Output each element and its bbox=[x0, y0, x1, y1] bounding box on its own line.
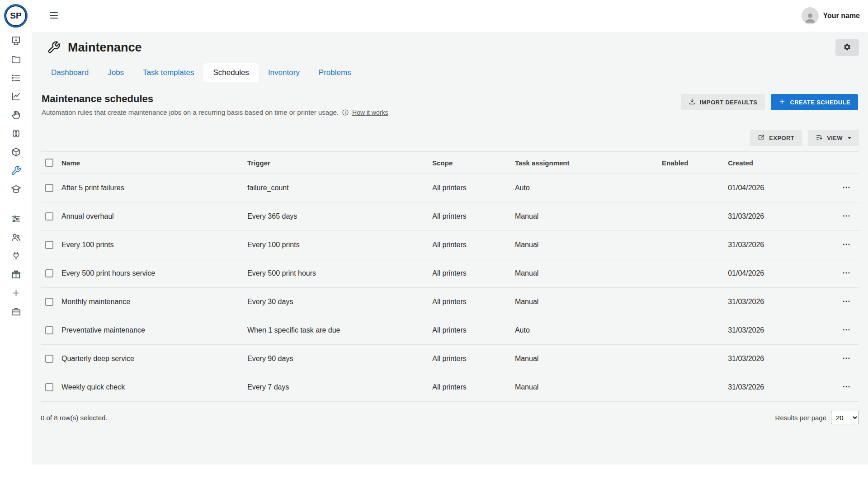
cell-created: 01/04/2026 bbox=[728, 269, 834, 277]
tab-task-templates[interactable]: Task templates bbox=[133, 63, 203, 82]
sidebar-item-spools[interactable] bbox=[6, 125, 26, 143]
cell-created: 31/03/2026 bbox=[728, 383, 834, 391]
tab-jobs[interactable]: Jobs bbox=[98, 63, 133, 82]
row-checkbox-cell bbox=[41, 298, 61, 306]
table-row[interactable]: After 5 print failures failure_count All… bbox=[41, 174, 859, 202]
row-menu-button[interactable] bbox=[839, 380, 854, 395]
row-menu-button[interactable] bbox=[839, 323, 854, 338]
row-menu-button[interactable] bbox=[839, 237, 854, 253]
cell-trigger: failure_count bbox=[247, 184, 432, 192]
cell-name: After 5 print failures bbox=[61, 184, 247, 192]
table-header-row: NameTriggerScopeTask assignmentEnabledCr… bbox=[41, 151, 859, 174]
tab-schedules[interactable]: Schedules bbox=[203, 63, 258, 82]
row-checkbox[interactable] bbox=[45, 326, 53, 334]
row-menu-cell bbox=[834, 237, 859, 253]
select-all-checkbox[interactable] bbox=[45, 159, 53, 167]
column-header-scope: Scope bbox=[432, 159, 515, 167]
cell-name: Preventative maintenance bbox=[61, 326, 247, 334]
tab-dashboard[interactable]: Dashboard bbox=[42, 63, 98, 82]
row-menu-button[interactable] bbox=[839, 294, 854, 310]
sidebar-item-queue[interactable] bbox=[6, 69, 26, 88]
sidebar-item-integrations[interactable] bbox=[6, 247, 26, 266]
sidebar-item-inventory[interactable] bbox=[6, 143, 26, 162]
row-checkbox[interactable] bbox=[45, 355, 53, 363]
cell-task-assignment: Manual bbox=[515, 241, 662, 249]
cell-name: Every 500 print hours service bbox=[61, 269, 247, 277]
row-menu-button[interactable] bbox=[839, 209, 854, 224]
user-name: Your name bbox=[823, 12, 860, 20]
sidebar: SP bbox=[0, 0, 32, 488]
ellipsis-icon bbox=[842, 183, 851, 193]
row-checkbox-cell bbox=[41, 355, 61, 363]
tab-bar: DashboardJobsTask templatesSchedulesInve… bbox=[41, 63, 859, 82]
sidebar-item-rewards[interactable] bbox=[6, 266, 26, 284]
selection-status: 0 of 8 row(s) selected. bbox=[41, 414, 108, 422]
sidebar-item-printers[interactable] bbox=[6, 32, 26, 51]
row-menu-button[interactable] bbox=[839, 351, 854, 366]
row-menu-button[interactable] bbox=[839, 180, 854, 196]
download-icon bbox=[689, 98, 696, 107]
ellipsis-icon bbox=[842, 297, 851, 307]
row-checkbox[interactable] bbox=[45, 184, 53, 192]
page-settings-button[interactable] bbox=[835, 39, 859, 56]
page-content: Maintenance DashboardJobsTask templatesS… bbox=[32, 32, 868, 465]
create-schedule-button[interactable]: CREATE SCHEDULE bbox=[771, 94, 858, 110]
sidebar-item-filament[interactable] bbox=[6, 106, 26, 125]
table-row[interactable]: Monthly maintenance Every 30 days All pr… bbox=[41, 288, 859, 316]
sidebar-item-toolbox[interactable] bbox=[6, 303, 26, 321]
row-checkbox-cell bbox=[41, 212, 61, 221]
row-menu-cell bbox=[834, 380, 859, 395]
cell-scope: All printers bbox=[432, 298, 515, 306]
app-logo[interactable]: SP bbox=[4, 4, 28, 28]
cell-scope: All printers bbox=[432, 184, 515, 192]
create-schedule-label: CREATE SCHEDULE bbox=[790, 99, 850, 106]
row-menu-cell bbox=[834, 180, 859, 196]
cell-scope: All printers bbox=[432, 383, 515, 391]
app-root: SP Your name Maintenance bbox=[0, 0, 868, 488]
ellipsis-icon bbox=[842, 240, 851, 250]
ellipsis-icon bbox=[842, 325, 851, 336]
cell-trigger: Every 30 days bbox=[247, 298, 432, 306]
page-header: Maintenance bbox=[41, 39, 859, 56]
table-row[interactable]: Weekly quick check Every 7 days All prin… bbox=[41, 373, 859, 402]
sidebar-item-files[interactable] bbox=[6, 51, 26, 69]
table-row[interactable]: Quarterly deep service Every 90 days All… bbox=[41, 345, 859, 373]
table-row[interactable]: Annual overhaul Every 365 days All print… bbox=[41, 202, 859, 231]
table-row[interactable]: Every 100 prints Every 100 prints All pr… bbox=[41, 231, 859, 259]
column-header-name: Name bbox=[61, 159, 247, 167]
import-defaults-button[interactable]: IMPORT DEFAULTS bbox=[681, 94, 765, 110]
cell-name: Every 100 prints bbox=[61, 241, 247, 249]
table-row[interactable]: Every 500 print hours service Every 500 … bbox=[41, 259, 859, 288]
cell-scope: All printers bbox=[432, 326, 515, 334]
row-checkbox[interactable] bbox=[45, 212, 53, 221]
tab-inventory[interactable]: Inventory bbox=[259, 63, 309, 82]
how-it-works-link[interactable]: How it works bbox=[352, 109, 388, 116]
sidebar-item-academy[interactable] bbox=[6, 180, 26, 199]
menu-toggle-button[interactable] bbox=[47, 9, 61, 23]
sidebar-item-add[interactable] bbox=[6, 284, 26, 303]
row-checkbox[interactable] bbox=[45, 269, 53, 277]
row-checkbox[interactable] bbox=[45, 383, 53, 391]
sidebar-item-settings[interactable] bbox=[6, 210, 26, 229]
page-title: Maintenance bbox=[68, 41, 142, 55]
results-per-page-select[interactable]: 20 bbox=[831, 411, 859, 424]
sidebar-item-maintenance[interactable] bbox=[6, 162, 26, 180]
row-menu-button[interactable] bbox=[839, 266, 854, 281]
cell-task-assignment: Auto bbox=[515, 184, 662, 192]
tab-problems[interactable]: Problems bbox=[309, 63, 361, 82]
results-per-page-label: Results per page bbox=[775, 414, 826, 422]
toolbox-icon bbox=[11, 306, 21, 318]
user-menu[interactable]: Your name bbox=[802, 7, 860, 24]
section-header-text: Maintenance schedules Automation rules t… bbox=[42, 93, 388, 116]
sidebar-item-users[interactable] bbox=[6, 229, 26, 247]
row-checkbox[interactable] bbox=[45, 241, 53, 249]
row-checkbox[interactable] bbox=[45, 298, 53, 306]
cell-scope: All printers bbox=[432, 241, 515, 249]
export-button[interactable]: EXPORT bbox=[750, 130, 802, 146]
row-checkbox-cell bbox=[41, 326, 61, 334]
view-button[interactable]: VIEW bbox=[808, 130, 859, 146]
table-row[interactable]: Preventative maintenance When 1 specific… bbox=[41, 316, 859, 345]
sidebar-item-statistics[interactable] bbox=[6, 88, 26, 106]
cell-trigger: When 1 specific task are due bbox=[247, 326, 432, 334]
row-checkbox-cell bbox=[41, 184, 61, 192]
